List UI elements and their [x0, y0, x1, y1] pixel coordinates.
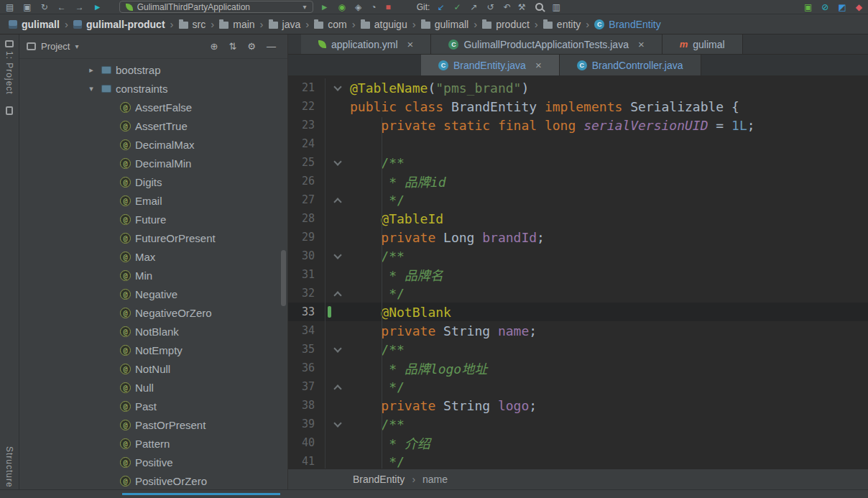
line-number[interactable]: 39 — [288, 415, 326, 433]
tool-windows-icon[interactable]: ▥ — [553, 3, 560, 11]
close-tab-icon[interactable]: × — [638, 38, 645, 50]
tool-button-structure[interactable]: Structure — [4, 446, 14, 488]
sync-icon[interactable]: ↻ — [41, 3, 48, 11]
rollback-icon[interactable]: ↶ — [504, 3, 511, 11]
settings-gear-icon[interactable]: ⚙ — [247, 42, 256, 51]
editor-tab[interactable]: CBrandController.java — [560, 55, 701, 75]
tree-item[interactable]: @FutureOrPresent — [19, 229, 287, 247]
line-number[interactable]: 24 — [288, 134, 326, 153]
code-line[interactable]: 30 /** — [288, 246, 868, 265]
breadcrumb-item[interactable]: java — [269, 19, 301, 30]
breadcrumb-item[interactable]: gulimall — [421, 19, 468, 30]
tree-item[interactable]: @DecimalMin — [19, 154, 287, 172]
save-all-icon[interactable]: ▣ — [23, 3, 31, 11]
tree-collapsed-arrow-icon[interactable]: ▸ — [86, 65, 97, 75]
line-number[interactable]: 38 — [288, 396, 326, 415]
search-everywhere-icon[interactable] — [535, 3, 543, 11]
hide-panel-icon[interactable]: — — [267, 42, 276, 51]
history-icon[interactable]: ↺ — [487, 3, 494, 11]
code-line[interactable]: 26 * 品牌id — [288, 172, 868, 190]
tree-item[interactable]: @Digits — [19, 172, 287, 191]
line-number[interactable]: 41 — [288, 452, 326, 469]
code-line[interactable]: 38 private String logo; — [288, 396, 868, 415]
tree-item[interactable]: @DecimalMax — [19, 135, 287, 154]
commit-icon[interactable]: ✓ — [453, 3, 461, 11]
tree-item[interactable]: @Max — [19, 247, 287, 266]
tree-item[interactable]: @AssertTrue — [19, 116, 287, 135]
dnd-mode-icon[interactable]: ⊘ — [821, 3, 828, 11]
line-number[interactable]: 36 — [288, 359, 326, 377]
code-line[interactable]: 24 — [288, 134, 868, 153]
run-to-cursor-icon[interactable]: ► — [93, 3, 102, 11]
tree-item[interactable]: @NotEmpty — [19, 341, 287, 359]
main-menu-icon[interactable]: ▤ — [6, 3, 14, 11]
code-line[interactable]: 22public class BrandEntity implements Se… — [288, 97, 868, 116]
run-configuration-select[interactable]: GulimallThirdPartyApplication ▾ — [119, 1, 313, 13]
editor-tab[interactable]: CBrandEntity.java× — [421, 55, 560, 75]
code-editor[interactable]: 21@TableName("pms_brand")22public class … — [288, 76, 868, 469]
locate-file-icon[interactable]: ⊕ — [211, 42, 218, 51]
project-tree-scrollbar[interactable] — [281, 250, 286, 306]
line-number[interactable]: 25 — [288, 153, 326, 172]
tree-item[interactable]: @NotBlank — [19, 322, 287, 341]
chevron-down-icon[interactable]: ▾ — [75, 42, 78, 50]
tree-item[interactable]: ▾constraints — [19, 79, 287, 98]
tree-expanded-arrow-icon[interactable]: ▾ — [86, 84, 97, 93]
breadcrumb-item[interactable]: atguigu — [361, 19, 407, 30]
fold-up-icon[interactable] — [326, 190, 350, 209]
tree-item[interactable]: @Min — [19, 266, 287, 285]
line-number[interactable]: 34 — [288, 321, 326, 340]
editor-tab[interactable]: application.yml× — [301, 34, 431, 54]
breadcrumb-item[interactable]: product — [482, 19, 530, 30]
tree-item[interactable]: @NotNull — [19, 359, 287, 378]
line-number[interactable]: 29 — [288, 228, 326, 246]
fold-down-icon[interactable] — [326, 153, 350, 172]
coverage-icon[interactable]: ◈ — [355, 3, 361, 11]
code-line[interactable]: 37 */ — [288, 377, 868, 396]
tree-item[interactable]: @Positive — [19, 453, 287, 471]
editor-tab[interactable]: CGulimallProductApplicationTests.java× — [431, 34, 662, 54]
update-project-icon[interactable]: ↙ — [437, 3, 444, 11]
line-number[interactable]: 33 — [288, 303, 326, 321]
breadcrumb-field[interactable]: name — [423, 474, 448, 485]
code-line[interactable]: 23 private static final long serialVersi… — [288, 116, 868, 134]
code-line[interactable]: 29 private Long brandId; — [288, 228, 868, 246]
breadcrumb-item[interactable]: entity — [543, 19, 581, 30]
back-icon[interactable]: ← — [57, 3, 66, 11]
line-number[interactable]: 37 — [288, 377, 326, 396]
breadcrumb-item[interactable]: gulimall — [9, 19, 60, 30]
breadcrumb-class[interactable]: BrandEntity — [353, 474, 405, 485]
forward-icon[interactable]: → — [75, 3, 84, 11]
code-line[interactable]: 36 * 品牌logo地址 — [288, 359, 868, 377]
breadcrumb-item[interactable]: gulimall-product — [73, 19, 165, 30]
code-line[interactable]: 35 /** — [288, 340, 868, 359]
build-icon[interactable]: ⚒ — [518, 3, 526, 11]
profiler-icon[interactable]: ◔ — [371, 3, 376, 11]
breadcrumb-item[interactable]: CBrandEntity — [594, 19, 660, 30]
tool-button-project[interactable]: 1: Project — [4, 40, 14, 95]
stop-icon[interactable]: ■ — [386, 3, 391, 11]
tree-item[interactable]: @Future — [19, 210, 287, 229]
fold-down-icon[interactable] — [326, 415, 350, 433]
close-tab-icon[interactable]: × — [535, 59, 542, 71]
fold-up-icon[interactable] — [326, 377, 350, 396]
line-number[interactable]: 26 — [288, 172, 326, 190]
code-line[interactable]: 33 @NotBlank — [288, 303, 868, 321]
debug-icon[interactable]: ◉ — [338, 3, 346, 11]
line-number[interactable]: 30 — [288, 246, 326, 265]
tree-item[interactable]: @AssertFalse — [19, 98, 287, 116]
editor-tab[interactable]: mgulimal — [662, 34, 743, 54]
run-icon[interactable]: ► — [320, 3, 329, 11]
breadcrumb-item[interactable]: com — [314, 19, 346, 30]
plugin-docs-icon[interactable]: ▣ — [804, 3, 812, 11]
code-line[interactable]: 40 * 介绍 — [288, 433, 868, 452]
fold-down-icon[interactable] — [326, 340, 350, 359]
tree-item[interactable]: @Null — [19, 378, 287, 397]
line-number[interactable]: 28 — [288, 209, 326, 228]
tree-item[interactable]: @NegativeOrZero — [19, 303, 287, 322]
code-line[interactable]: 31 * 品牌名 — [288, 265, 868, 284]
code-line[interactable]: 27 */ — [288, 190, 868, 209]
tree-item[interactable]: ▸bootstrap — [19, 60, 287, 79]
notifications-icon[interactable]: ◆ — [856, 3, 862, 11]
line-number[interactable]: 21 — [288, 78, 326, 97]
